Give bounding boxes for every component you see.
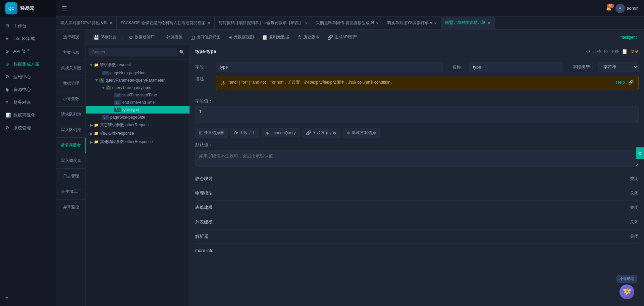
history-button[interactable]: ⏱ 历史版本 <box>294 33 323 42</box>
warning-box: ⚠ "and" | "or" | "and not" | "or not"，若设… <box>216 76 639 90</box>
tab-close[interactable]: × <box>434 21 437 26</box>
copy-field-button[interactable]: 复制 <box>631 49 639 54</box>
copy-data-label: 复制元数据 <box>269 34 289 40</box>
ai-assistant[interactable]: 小青助理 🧚 <box>616 275 637 299</box>
gen-api-button[interactable]: 🔗 生成API资产 <box>324 33 360 42</box>
func-assistant-chip[interactable]: fx 函数助手 <box>230 128 259 138</box>
intelligent-button[interactable]: intelligent <box>616 33 640 41</box>
tab-close[interactable]: × <box>305 21 308 26</box>
panel-item-overview[interactable]: 运行概况 <box>56 30 86 45</box>
node-label: 其他响应参数-otherResponse <box>100 139 187 145</box>
move-down-button[interactable]: 下移 <box>611 49 619 54</box>
tab-1[interactable]: 即入库对接107v2其他入库 × <box>56 17 117 30</box>
supplement-icon: ↑ <box>163 35 165 40</box>
tree-node-pagenum[interactable]: Str pageNum-pageNum <box>86 69 190 77</box>
search-input[interactable] <box>89 48 177 56</box>
name-input[interactable] <box>469 62 563 72</box>
sidebar-item-data-integration[interactable]: ⊕ 数据集成方案 <box>0 58 56 71</box>
resources-icon: ◉ <box>5 87 11 92</box>
tab-close[interactable]: × <box>208 21 210 26</box>
detail-title: type-type <box>195 49 216 54</box>
tree-node-request[interactable]: ▼ 📁 请求参数-request <box>86 61 190 69</box>
sidebar-item-workbench[interactable]: ⊞ 工作台 <box>0 19 56 32</box>
default-textarea[interactable] <box>195 150 639 167</box>
type-select[interactable]: 字符串 整数 布尔 数组 对象 <box>598 62 639 72</box>
notification-button[interactable]: 🔔 10 <box>606 6 611 11</box>
sidebar: QC 轻易云 ⊞ 工作台 ◈ Lite 轻集成 ⊗ API 资产 ⊕ 数据集成方… <box>0 0 56 306</box>
tab-close[interactable]: × <box>487 20 490 25</box>
physical-model-value[interactable]: 关闭 <box>630 190 639 196</box>
user-menu[interactable]: A admin <box>615 4 639 13</box>
mongo-query-chip[interactable]: ◈ _mongoQuery <box>262 128 300 137</box>
panel-item-logs[interactable]: 日志管理 <box>56 169 86 184</box>
list-model-value[interactable]: 关闭 <box>630 219 639 225</box>
data-filter-button[interactable]: ⚙ 数据过滤厂 <box>125 33 158 42</box>
tab-close[interactable]: × <box>110 21 112 26</box>
tab-6[interactable]: 微盟订单对接管易订单 × <box>441 17 494 30</box>
panel-item-qingcha[interactable]: 小青查数 <box>56 91 86 107</box>
tree-node-otherrequest[interactable]: ▶ 📁 其它请求参数-otherRequest <box>86 121 190 129</box>
tree-node-type[interactable]: Str type-type <box>86 106 190 114</box>
panel-item-mapping[interactable]: 集成关系图 <box>56 60 86 76</box>
sidebar-item-ops[interactable]: ⚙ 运维中心 <box>0 71 56 83</box>
save-config-button[interactable]: 💾 保存配置 <box>90 33 120 42</box>
tab-3[interactable]: 钉钉报销【项目报销单】->金蝶付款单【班西】 × <box>215 17 312 30</box>
tab-2[interactable]: PACKAGE-金蝶云星辰物料写入甘店通货品档案 × <box>117 17 215 30</box>
sidebar-item-resources[interactable]: ◉ 资源中心 <box>0 83 56 96</box>
tree-node-pagesize[interactable]: Str pageSize-pageSize <box>86 114 190 121</box>
static-map-row: 静态映射： 关闭 <box>195 172 639 186</box>
related-icon: 🔗 <box>306 130 311 135</box>
solution-select-chip[interactable]: ⊕ 集成方案选择 <box>343 128 380 138</box>
settings-float-button[interactable]: ⚙ <box>636 147 644 159</box>
panel-item-monitor[interactable]: 异常监控 <box>56 200 86 215</box>
sidebar-item-lite[interactable]: ◈ Lite 轻集成 <box>0 32 56 45</box>
field-name-row: 字段： 名称： 字段类型： 字符串 整数 布尔 数组 <box>195 62 639 72</box>
parser-value[interactable]: 关闭 <box>630 233 639 239</box>
field-input[interactable] <box>216 62 443 72</box>
logo-text: 轻易云 <box>20 5 34 11</box>
lite-icon: ◈ <box>5 36 11 41</box>
notification-badge: 10 <box>607 4 614 8</box>
move-up-button[interactable]: 上移 <box>593 49 601 54</box>
tree-node-querytime[interactable]: ▼ A queryTime-queryTime <box>86 84 190 91</box>
sidebar-item-system[interactable]: ⚙ 系统管理 <box>0 122 56 134</box>
form-model-value[interactable]: 关闭 <box>630 205 639 211</box>
panel-item-queue-req[interactable]: 请求队列池 <box>56 107 86 122</box>
panel-item-solution[interactable]: 方案信息 <box>56 45 86 60</box>
tree-node-response[interactable]: ▶ 📁 响应参数-response <box>86 129 190 138</box>
search-button[interactable]: 🔍 <box>177 48 187 56</box>
help-link[interactable]: Help <box>616 80 625 85</box>
circle-up-icon: ⊙ <box>586 48 590 54</box>
var-selector-chip[interactable]: ⊞ 变量选择器 <box>195 128 228 138</box>
sidebar-item-dataviz[interactable]: 📊 数据可视化 <box>0 109 56 122</box>
interface-map-button[interactable]: ◫ 接口信息视图 <box>187 33 224 42</box>
menu-icon[interactable]: ☰ <box>62 5 67 12</box>
tree-node-queryparam[interactable]: ▼ A queryParameter-queryParameter <box>86 77 190 84</box>
sidebar-item-finance[interactable]: ≡ 财务对账 <box>0 96 56 109</box>
tree-node-endtime[interactable]: Str endTime-endTime <box>86 99 190 106</box>
copy-data-button[interactable]: 📋 复制元数据 <box>259 33 292 42</box>
supplement-button[interactable]: ↑ 补漏措施 <box>159 33 186 42</box>
tab-4[interactable]: 采购退料单回传-赛意直接生成-N × <box>312 17 383 30</box>
toggle-icon: ▶ <box>89 131 94 136</box>
node-label: queryTime-queryTime <box>112 85 187 90</box>
meta-view-button[interactable]: ⊞ 元数据视图 <box>225 33 257 42</box>
circle-down-icon: ⊙ <box>604 48 608 54</box>
panel-item-event[interactable]: 事件加工厂 <box>56 184 86 200</box>
related-field-chip[interactable]: 🔗 关联方案字段 <box>302 128 340 138</box>
sidebar-item-api[interactable]: ⊗ API 资产 <box>0 45 56 58</box>
tree-node-starttime[interactable]: Str startTime-startTime <box>86 91 190 99</box>
ai-bubble-label: 小青助理 <box>616 275 637 283</box>
interface-icon: ◫ <box>191 35 195 40</box>
tab-5[interactable]: 调换单对接YS调拨订单-v × <box>383 17 441 30</box>
panel-item-writer[interactable]: 写入调度者 <box>56 153 86 169</box>
tree-node-otherresponse[interactable]: ▶ 📁 其他响应参数-otherResponse <box>86 138 190 146</box>
sidebar-collapse-btn[interactable]: ≡ <box>5 293 51 303</box>
panel-item-requester[interactable]: 请求调度者 <box>56 138 86 153</box>
field-value-textarea[interactable] <box>195 106 639 123</box>
tab-close[interactable]: × <box>376 21 379 26</box>
panel-item-queue-write[interactable]: 写入队列池 <box>56 122 86 138</box>
static-map-value[interactable]: 关闭 <box>630 176 639 182</box>
physical-model-label: 物理模型 <box>195 190 213 196</box>
panel-item-data[interactable]: 数据管理 <box>56 76 86 91</box>
